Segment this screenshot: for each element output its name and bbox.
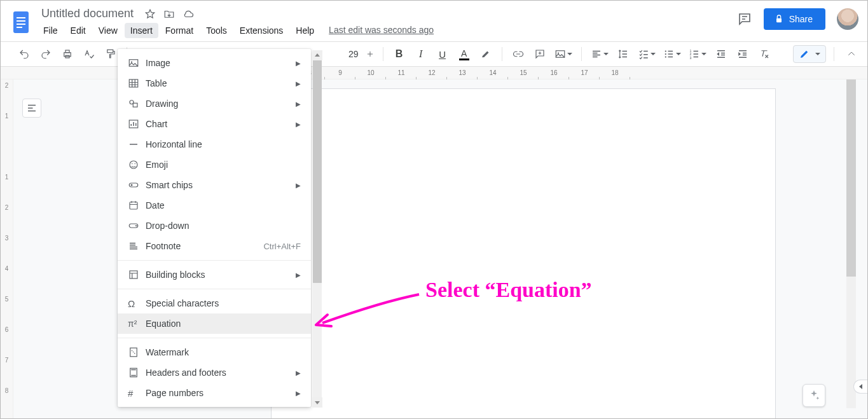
move-icon[interactable] [163, 8, 176, 20]
text-color-button[interactable]: A [455, 45, 474, 63]
svg-point-14 [665, 53, 666, 55]
last-edit-link[interactable]: Last edit was seconds ago [329, 25, 434, 35]
footnote-icon [128, 240, 146, 252]
image-icon [128, 57, 146, 69]
svg-rect-32 [130, 271, 137, 278]
menu-help[interactable]: Help [290, 23, 320, 38]
font-size-increase[interactable] [364, 45, 376, 63]
menu-view[interactable]: View [93, 23, 123, 38]
menu-separator [118, 260, 311, 261]
underline-button[interactable]: U [433, 45, 452, 63]
menu-separator [118, 338, 311, 338]
redo-button[interactable] [36, 45, 55, 63]
menu-item-equation[interactable]: π² Equation [118, 313, 311, 334]
watermark-icon [128, 347, 146, 358]
bold-button[interactable]: B [390, 45, 409, 63]
horizontal-line-icon [128, 139, 146, 150]
checklist-button[interactable] [635, 45, 658, 63]
menu-item-table[interactable]: Table ▶ [118, 73, 311, 93]
svg-rect-0 [13, 11, 29, 33]
menu-item-smart-chips[interactable]: Smart chips ▶ [118, 175, 311, 195]
insert-image-button[interactable] [552, 45, 575, 63]
menu-item-headers-footers[interactable]: Headers and footers ▶ [118, 362, 311, 383]
add-comment-button[interactable] [530, 45, 549, 63]
vertical-ruler[interactable]: 21 1 23 45 67 89 [1, 79, 13, 418]
share-button[interactable]: Share [764, 8, 825, 30]
cloud-status-icon[interactable] [182, 8, 195, 20]
insert-link-button[interactable] [509, 45, 528, 63]
separator [502, 47, 502, 61]
menu-item-page-numbers[interactable]: # Page numbers ▶ [118, 383, 311, 403]
page-numbers-icon: # [128, 388, 146, 399]
emoji-icon [128, 159, 146, 170]
submenu-arrow-icon: ▶ [296, 80, 301, 87]
menu-insert[interactable]: Insert [125, 23, 158, 38]
svg-rect-9 [107, 50, 113, 53]
editing-mode-button[interactable] [793, 45, 826, 63]
submenu-arrow-icon: ▶ [296, 271, 301, 278]
menu-item-footnote[interactable]: Footnote Ctrl+Alt+F [118, 236, 311, 256]
svg-rect-5 [776, 18, 782, 23]
avatar[interactable] [837, 8, 858, 30]
menu-item-date[interactable]: Date [118, 195, 311, 216]
menu-item-drop-down[interactable]: Drop-down [118, 216, 311, 236]
menu-tools[interactable]: Tools [200, 23, 233, 38]
svg-point-26 [132, 163, 133, 165]
numbered-list-button[interactable]: 123 [686, 45, 709, 63]
print-button[interactable] [58, 45, 77, 63]
bulleted-list-button[interactable] [661, 45, 684, 63]
svg-rect-23 [133, 103, 137, 107]
outline-toggle-button[interactable] [22, 99, 41, 118]
smart-chips-icon [128, 179, 146, 191]
main-scrollbar[interactable] [846, 79, 856, 408]
spellcheck-button[interactable] [79, 45, 99, 63]
dropdown-icon [128, 220, 146, 231]
menu-item-building-blocks[interactable]: Building blocks ▶ [118, 264, 311, 285]
menu-separator [118, 289, 311, 289]
highlight-button[interactable] [476, 45, 495, 63]
comments-icon[interactable] [737, 11, 752, 27]
svg-rect-3 [17, 24, 25, 25]
menu-item-emoji[interactable]: Emoji [118, 155, 311, 175]
menu-format[interactable]: Format [160, 23, 199, 38]
menu-item-drawing[interactable]: Drawing ▶ [118, 93, 311, 114]
collapse-toolbar-button[interactable] [842, 45, 861, 63]
annotation-text: Select “Equation” [425, 278, 592, 302]
menu-file[interactable]: File [38, 23, 64, 38]
menu-item-chart[interactable]: Chart ▶ [118, 114, 311, 134]
svg-point-29 [131, 184, 133, 186]
menu-item-image[interactable]: Image ▶ [118, 53, 311, 73]
menu-item-horizontal-line[interactable]: Horizontal line [118, 134, 311, 155]
dropdown-scrollbar[interactable] [312, 50, 322, 408]
line-spacing-button[interactable] [614, 45, 633, 63]
decrease-indent-button[interactable] [712, 45, 731, 63]
menu-edit[interactable]: Edit [65, 23, 92, 38]
chart-icon [128, 118, 146, 130]
increase-indent-button[interactable] [733, 45, 752, 63]
side-panel-toggle[interactable] [853, 380, 867, 394]
building-blocks-icon [128, 269, 146, 280]
undo-button[interactable] [15, 45, 34, 63]
docs-logo[interactable] [10, 7, 32, 38]
menu-extensions[interactable]: Extensions [234, 23, 289, 38]
explore-button[interactable] [803, 384, 825, 407]
pi-icon: π² [128, 319, 146, 329]
table-icon [128, 78, 146, 89]
doc-title[interactable]: Untitled document [38, 6, 137, 22]
document-page[interactable] [271, 88, 776, 418]
menu-item-special-characters[interactable]: Ω Special characters [118, 293, 311, 313]
align-button[interactable] [588, 45, 611, 63]
star-icon[interactable] [144, 8, 156, 20]
font-size-input[interactable]: 29 [346, 49, 361, 59]
svg-rect-7 [65, 50, 69, 53]
insert-menu-dropdown: Image ▶ Table ▶ Drawing ▶ Chart ▶ Horizo… [118, 49, 311, 407]
italic-button[interactable]: I [411, 45, 431, 63]
svg-point-13 [665, 50, 666, 52]
svg-rect-21 [129, 79, 138, 87]
svg-rect-4 [17, 27, 22, 28]
menu-item-watermark[interactable]: Watermark [118, 342, 311, 362]
date-icon [128, 200, 146, 211]
clear-formatting-button[interactable] [755, 45, 774, 63]
svg-rect-2 [17, 20, 25, 22]
svg-point-27 [135, 163, 136, 165]
